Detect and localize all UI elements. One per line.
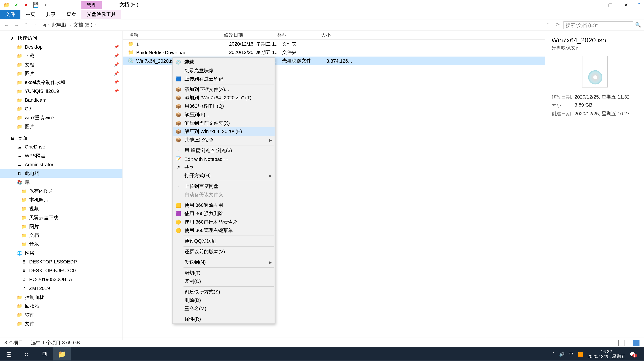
tray-volume-icon[interactable]: 🔊 — [559, 352, 564, 357]
explorer-taskbar-icon[interactable]: 📁 — [53, 348, 70, 361]
menu-item[interactable]: 📦解压到当前文件夹(X) — [173, 119, 275, 127]
close-button[interactable]: ✕ — [618, 0, 634, 10]
maximize-button[interactable]: ▢ — [602, 0, 618, 10]
view-icons-button[interactable] — [633, 340, 640, 346]
file-row[interactable]: 📁12020/12/15, 星期二 1...文件夹 — [123, 40, 545, 48]
crumb-thispc[interactable]: 此电脑 — [51, 21, 68, 29]
file-row[interactable]: 📁BaiduNetdiskDownload2020/12/25, 星期五 1..… — [123, 48, 545, 56]
nav-item[interactable]: 📁软件 — [0, 310, 122, 319]
col-name[interactable]: 名称 — [123, 31, 222, 39]
menu-item[interactable]: 📝Edit with Notepad++ — [173, 155, 275, 163]
menu-item[interactable]: 删除(D) — [173, 296, 275, 305]
menu-item[interactable]: 📦添加到压缩文件(A)... — [173, 85, 275, 94]
qat-dropdown-icon[interactable]: ▾ — [41, 0, 50, 10]
address-dropdown-icon[interactable]: ˅ — [544, 23, 552, 27]
menu-item[interactable]: ↗共享 — [173, 163, 275, 171]
nav-item[interactable]: 📁Desktop📌 — [0, 42, 122, 51]
nav-item[interactable]: 📁保存的图片 — [0, 187, 122, 195]
tray-ime-icon[interactable]: 中 — [569, 351, 573, 357]
menu-item[interactable]: 📦添加到 "Win7x64_2020.zip" (T) — [173, 94, 275, 102]
nav-item[interactable]: 📁excel表格制作求和📌 — [0, 78, 122, 87]
nav-item[interactable]: 🖥桌面 — [0, 133, 122, 142]
menu-item[interactable]: 🟦上传到有道云笔记 — [173, 75, 275, 83]
nav-item[interactable]: 📁YUNQISHI2019📌 — [0, 87, 122, 95]
nav-item[interactable]: 📁G:\ — [0, 104, 122, 113]
nav-item[interactable]: 🖥DESKTOP-NJEU3CG — [0, 266, 122, 275]
nav-item[interactable]: 📁视频 — [0, 204, 122, 213]
nav-item[interactable]: 📁本机照片 — [0, 195, 122, 204]
nav-item[interactable]: 📁图片 — [0, 222, 122, 231]
nav-item[interactable]: ☁OneDrive — [0, 142, 122, 151]
menu-item[interactable]: 🟨使用 360解除占用 — [173, 201, 275, 210]
nav-item[interactable]: 📁图片📌 — [0, 69, 122, 78]
menu-item[interactable]: 💿装载 — [173, 58, 275, 66]
menu-item[interactable]: 复制(C) — [173, 277, 275, 285]
nav-item[interactable]: 📁回收站 — [0, 301, 122, 310]
tab-view[interactable]: 查看 — [61, 10, 81, 19]
nav-item[interactable]: 📁控制面板 — [0, 293, 122, 302]
column-headers[interactable]: 名称 修改日期 类型 大小 — [123, 31, 545, 40]
tab-file[interactable]: 文件 — [0, 10, 20, 19]
nav-item[interactable]: 🖥DESKTOP-LSSOEDP — [0, 257, 122, 266]
start-button[interactable]: ⊞ — [0, 348, 18, 361]
menu-item[interactable]: ·上传到百度网盘 — [173, 182, 275, 190]
col-type[interactable]: 类型 — [275, 31, 319, 39]
action-center-icon[interactable]: 💬3 — [630, 352, 635, 357]
tab-home[interactable]: 主页 — [20, 10, 40, 19]
menu-item[interactable]: 刻录光盘映像 — [173, 66, 275, 75]
crumb-folder[interactable]: 文档 (E:) — [72, 21, 93, 29]
nav-item[interactable]: 📁天翼云盘下载 — [0, 213, 122, 222]
menu-item[interactable]: 📦解压到(F)... — [173, 110, 275, 119]
nav-item[interactable]: 📁音乐 — [0, 240, 122, 248]
breadcrumb[interactable]: 🖥 › 此电脑 › 文档 (E:) › — [42, 21, 542, 29]
minimize-button[interactable]: ─ — [586, 0, 602, 10]
col-modified[interactable]: 修改日期 — [222, 31, 275, 39]
nav-item[interactable]: 🖥PC-20190530OBLA — [0, 275, 122, 284]
qat-explorer-icon[interactable]: 📁 — [2, 0, 12, 10]
col-size[interactable]: 大小 — [319, 31, 354, 39]
nav-item[interactable]: ☁WPS网盘 — [0, 151, 122, 160]
nav-recent-dropdown[interactable]: ˅ — [22, 23, 30, 27]
menu-item[interactable]: 📦解压到 Win7x64_2020\ (E) — [173, 127, 275, 136]
menu-item[interactable]: 剪切(T) — [173, 269, 275, 277]
tray-clock[interactable]: 16:32 2020/12/25, 星期五 — [588, 349, 626, 359]
search-input[interactable] — [564, 21, 634, 29]
nav-item[interactable]: 📁Bandicam — [0, 95, 122, 104]
nav-item[interactable]: 📁图片 — [0, 122, 122, 131]
menu-item[interactable]: 属性(R) — [173, 315, 275, 324]
qat-check-icon[interactable]: ✔ — [12, 0, 21, 10]
nav-up-button[interactable]: ↑ — [32, 22, 40, 28]
menu-item[interactable]: 🟪使用 360强力删除 — [173, 210, 275, 218]
tab-share[interactable]: 共享 — [41, 10, 61, 19]
nav-item[interactable]: 🖥ZMT2019 — [0, 284, 122, 293]
menu-item[interactable]: 🟡使用 360管理右键菜单 — [173, 226, 275, 235]
qat-close-icon[interactable]: ✕ — [21, 0, 31, 10]
nav-item[interactable]: ☁Administrator — [0, 160, 122, 169]
search-icon[interactable]: 🔍 — [635, 22, 641, 28]
menu-item[interactable]: 📦用360压缩打开(Q) — [173, 102, 275, 110]
menu-item[interactable]: 还原以前的版本(V) — [173, 248, 275, 256]
nav-item[interactable]: 📁文档 — [0, 231, 122, 240]
nav-back-button[interactable]: ← — [3, 22, 10, 28]
nav-item[interactable]: 📚库 — [0, 178, 122, 187]
nav-forward-button[interactable]: → — [12, 22, 20, 28]
menu-item[interactable]: 通过QQ发送到 — [173, 237, 275, 245]
refresh-button[interactable]: ⟳ — [554, 22, 562, 28]
nav-item[interactable]: 📁文件 — [0, 319, 122, 328]
menu-item[interactable]: 📦其他压缩命令▶ — [173, 136, 275, 144]
search-button[interactable]: ⌕ — [18, 348, 35, 361]
help-button[interactable]: ? — [634, 0, 644, 10]
menu-item[interactable]: 重命名(M) — [173, 305, 275, 313]
nav-item[interactable]: 🌐网络 — [0, 248, 122, 257]
menu-item[interactable]: 打开方式(H)▶ — [173, 171, 275, 180]
menu-item[interactable]: ·用 蜂蜜浏览器 浏览(3) — [173, 146, 275, 155]
tray-network-icon[interactable]: 📶 — [578, 352, 583, 357]
task-view-button[interactable]: ⧉ — [36, 348, 53, 361]
qat-save-icon[interactable]: 💾 — [31, 0, 41, 10]
nav-item[interactable]: 📁win7重装win7 — [0, 113, 122, 122]
nav-item[interactable]: 📁下载📌 — [0, 51, 122, 60]
nav-item[interactable]: ★快速访问 — [0, 33, 122, 42]
tray-chevron-up-icon[interactable]: ˄ — [552, 352, 555, 357]
tab-disc-tools[interactable]: 光盘映像工具 — [81, 10, 121, 19]
menu-item[interactable]: 创建快捷方式(S) — [173, 288, 275, 296]
